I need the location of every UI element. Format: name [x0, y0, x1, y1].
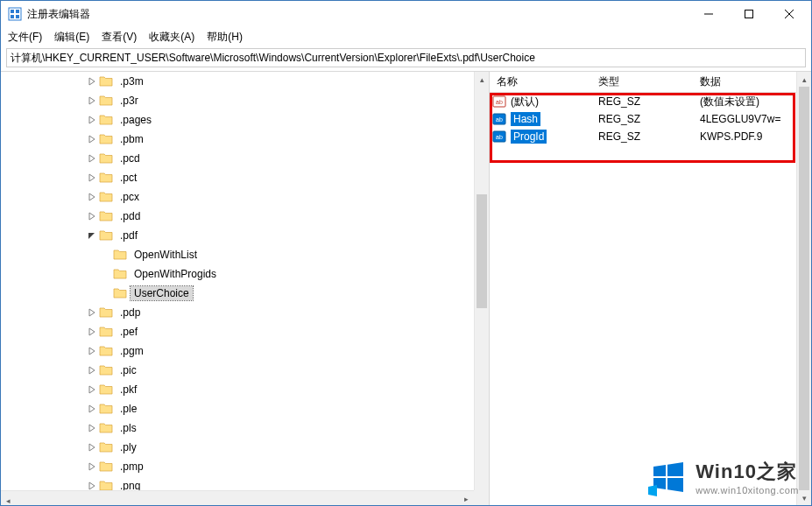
minimize-button[interactable] [688, 1, 729, 27]
menu-help[interactable]: 帮助(H) [207, 30, 243, 45]
folder-icon [113, 248, 127, 262]
folder-icon [99, 421, 113, 435]
value-row[interactable]: (默认)REG_SZ(数值未设置) [490, 93, 796, 110]
scroll-up-icon[interactable]: ▴ [475, 72, 489, 87]
tree-node-label: .pef [117, 325, 141, 339]
maximize-button[interactable] [729, 1, 769, 27]
tree-node[interactable]: .pbm [1, 130, 474, 149]
tree-node[interactable]: .pcd [1, 149, 474, 168]
window-controls [688, 1, 809, 27]
value-row[interactable]: HashREG_SZ4LEGGLU9V7w= [490, 110, 796, 128]
folder-icon [99, 171, 113, 185]
scroll-thumb[interactable] [799, 87, 809, 490]
tree-node[interactable]: .pgm [1, 341, 474, 361]
expand-icon[interactable] [85, 193, 99, 201]
tree-node-label: .pages [117, 113, 155, 127]
value-data: KWPS.PDF.9 [693, 130, 796, 143]
tree-pane: .p3m.p3r.pages.pbm.pcd.pct.pcx.pdd.pdfOp… [1, 72, 490, 505]
expand-icon[interactable] [85, 443, 99, 452]
expand-icon[interactable] [85, 424, 99, 432]
expand-icon[interactable] [85, 154, 99, 163]
tree-node-label: .ple [117, 402, 140, 416]
watermark-text: Win10之家 www.win10xitong.com [695, 459, 799, 495]
scroll-thumb[interactable] [477, 194, 487, 308]
values-list[interactable]: (默认)REG_SZ(数值未设置)HashREG_SZ4LEGGLU9V7w=P… [490, 93, 796, 505]
tree-node-label: .pdp [117, 306, 144, 320]
expand-icon[interactable] [85, 135, 99, 144]
tree-node[interactable]: .pic [1, 361, 474, 380]
svg-rect-3 [11, 15, 14, 18]
col-data[interactable]: 数据 [693, 74, 811, 89]
menu-favorites[interactable]: 收藏夹(A) [149, 30, 194, 45]
tree-node[interactable]: .pdd [1, 207, 474, 226]
menu-edit[interactable]: 编辑(E) [54, 30, 89, 45]
values-vertical-scrollbar[interactable]: ▴ ▾ [796, 72, 811, 505]
tree-node[interactable]: .pct [1, 168, 474, 187]
expand-icon[interactable] [85, 96, 99, 105]
tree-horizontal-scrollbar[interactable]: ◂ ▸ [1, 490, 474, 505]
tree-node[interactable]: .png [1, 476, 474, 490]
folder-icon [99, 306, 113, 320]
expand-icon[interactable] [85, 116, 99, 124]
expand-icon[interactable] [85, 173, 99, 182]
tree-node-label: .png [117, 479, 144, 490]
expand-icon[interactable] [85, 385, 99, 394]
tree-vertical-scrollbar[interactable]: ▴ ▾ [474, 72, 489, 505]
tree-node[interactable]: OpenWithList [1, 245, 474, 264]
svg-marker-13 [648, 485, 657, 496]
tree-node[interactable]: .p3m [1, 72, 474, 91]
tree-node[interactable]: .pdp [1, 303, 474, 322]
expand-icon[interactable] [85, 308, 99, 317]
address-bar[interactable]: 计算机\HKEY_CURRENT_USER\Software\Microsoft… [6, 48, 806, 67]
tree-node[interactable]: .pcx [1, 187, 474, 207]
value-type: REG_SZ [591, 95, 693, 108]
expand-icon[interactable] [85, 212, 99, 221]
scroll-down-icon[interactable]: ▾ [797, 490, 811, 505]
string-value-icon [490, 112, 509, 126]
svg-marker-10 [667, 462, 683, 476]
col-name[interactable]: 名称 [490, 74, 591, 89]
tree-node[interactable]: OpenWithProgids [1, 264, 474, 284]
tree-node[interactable]: .pef [1, 322, 474, 341]
tree-node-label: .pcx [117, 190, 143, 204]
tree-node-label: .pmp [117, 460, 147, 474]
menu-file[interactable]: 文件(F) [8, 30, 42, 45]
folder-icon [99, 74, 113, 88]
tree-node[interactable]: .pdf [1, 226, 474, 245]
expand-icon[interactable] [85, 462, 99, 471]
folder-icon [99, 132, 113, 146]
menu-view[interactable]: 查看(V) [102, 30, 137, 45]
folder-icon [99, 479, 113, 490]
folder-icon [99, 151, 113, 165]
tree-view[interactable]: .p3m.p3r.pages.pbm.pcd.pct.pcx.pdd.pdfOp… [1, 72, 474, 490]
expand-icon[interactable] [85, 404, 99, 413]
value-row[interactable]: ProgIdREG_SZKWPS.PDF.9 [490, 128, 796, 145]
tree-node[interactable]: .pkf [1, 380, 474, 399]
expand-icon[interactable] [85, 347, 99, 355]
folder-icon [99, 190, 113, 204]
tree-node[interactable]: .p3r [1, 91, 474, 110]
tree-node-label: .pgm [117, 344, 147, 358]
scroll-right-icon[interactable]: ▸ [459, 491, 474, 505]
collapse-icon[interactable] [85, 231, 99, 240]
folder-icon [113, 267, 127, 281]
tree-node[interactable]: .pls [1, 418, 474, 438]
value-data: 4LEGGLU9V7w= [693, 113, 796, 125]
expand-icon[interactable] [85, 366, 99, 375]
svg-rect-4 [16, 15, 19, 18]
col-type[interactable]: 类型 [591, 74, 693, 89]
tree-node[interactable]: .ple [1, 399, 474, 418]
expand-icon[interactable] [85, 77, 99, 86]
svg-marker-12 [667, 478, 683, 492]
tree-node-label: .pct [117, 171, 140, 185]
tree-node[interactable]: .pmp [1, 457, 474, 476]
tree-node[interactable]: .pages [1, 110, 474, 130]
expand-icon[interactable] [85, 327, 99, 336]
expand-icon[interactable] [85, 481, 99, 490]
close-button[interactable] [769, 1, 809, 27]
scroll-left-icon[interactable]: ◂ [1, 494, 16, 506]
svg-marker-9 [653, 465, 666, 476]
tree-node[interactable]: UserChoice [1, 284, 474, 303]
tree-node[interactable]: .ply [1, 438, 474, 457]
scroll-up-icon[interactable]: ▴ [797, 72, 811, 87]
